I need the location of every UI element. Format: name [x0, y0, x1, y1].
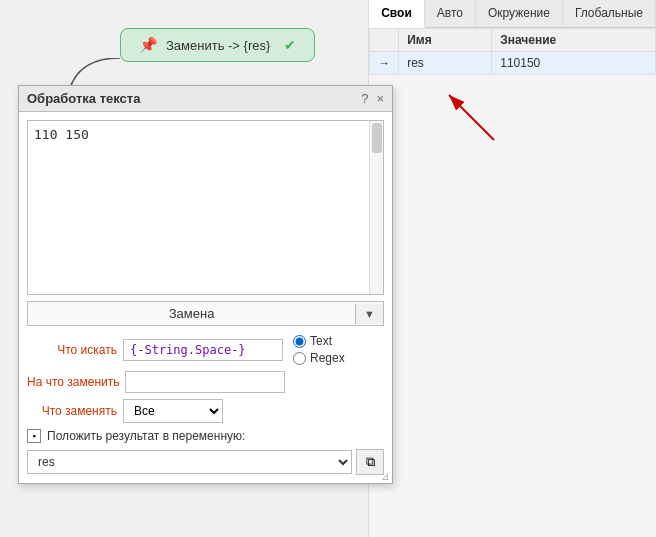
dropdown-arrow-icon[interactable]: ▼: [355, 304, 383, 324]
row-indicator: →: [370, 52, 399, 75]
tabs-bar: Свои Авто Окружение Глобальные: [369, 0, 656, 28]
svg-line-1: [449, 95, 494, 140]
tab-globalnie[interactable]: Глобальные: [563, 0, 656, 27]
check-icon: ✔: [284, 37, 296, 53]
table-row[interactable]: → res 110150: [370, 52, 656, 75]
save-variable-label: Положить результат в переменную:: [47, 429, 245, 443]
main-textarea[interactable]: 110 150: [28, 121, 383, 291]
indicator-col-header: [370, 29, 399, 52]
right-panel: Свои Авто Окружение Глобальные Имя Значе…: [368, 0, 656, 537]
pin-icon: 📌: [139, 36, 158, 54]
operation-dropdown-bar[interactable]: Замена ▼: [27, 301, 384, 326]
replace-what-row: Что заменять Все Первое Последнее: [27, 399, 384, 423]
variable-select[interactable]: res: [27, 450, 352, 474]
node-box[interactable]: 📌 Заменить -> {res} ✔: [120, 28, 315, 62]
replace-label: На что заменить: [27, 375, 119, 389]
search-label: Что искать: [27, 343, 117, 357]
radio-group: Text Regex: [293, 334, 345, 365]
properties-table: Имя Значение → res 110150: [369, 28, 656, 75]
help-button[interactable]: ?: [361, 91, 368, 106]
resize-handle[interactable]: ⊿: [378, 469, 392, 483]
search-input[interactable]: [123, 339, 283, 361]
checkbox-icon[interactable]: ▪: [27, 429, 41, 443]
dialog-body: 110 150 Замена ▼ Что искать Text: [19, 112, 392, 483]
dialog-title-bar: Обработка текста ? ×: [19, 86, 392, 112]
save-variable-row: ▪ Положить результат в переменную:: [27, 429, 384, 443]
red-arrow-container: [369, 75, 656, 155]
textarea-wrapper: 110 150: [27, 120, 384, 295]
tab-svoi[interactable]: Свои: [369, 0, 425, 28]
operation-label: Замена: [28, 302, 355, 325]
replace-what-label: Что заменять: [27, 404, 117, 418]
dialog-title: Обработка текста: [27, 91, 140, 106]
row-value: 110150: [492, 52, 656, 75]
replace-row: На что заменить: [27, 371, 384, 393]
name-col-header: Имя: [399, 29, 492, 52]
variable-row: res ⧉: [27, 449, 384, 475]
red-arrow-icon: [429, 80, 509, 150]
node-label: Заменить -> {res}: [166, 38, 270, 53]
tab-okruzhenie[interactable]: Окружение: [476, 0, 563, 27]
tab-avto[interactable]: Авто: [425, 0, 476, 27]
text-processing-dialog: Обработка текста ? × 110 150 Замена ▼ Чт: [18, 85, 393, 484]
row-name: res: [399, 52, 492, 75]
radio-text[interactable]: Text: [293, 334, 345, 348]
replace-input[interactable]: [125, 371, 285, 393]
replace-what-select[interactable]: Все Первое Последнее: [123, 399, 223, 423]
value-col-header: Значение: [492, 29, 656, 52]
radio-regex[interactable]: Regex: [293, 351, 345, 365]
left-panel: 📌 Заменить -> {res} ✔ Обработка текста ?…: [0, 0, 368, 537]
search-row: Что искать Text Regex: [27, 334, 384, 365]
